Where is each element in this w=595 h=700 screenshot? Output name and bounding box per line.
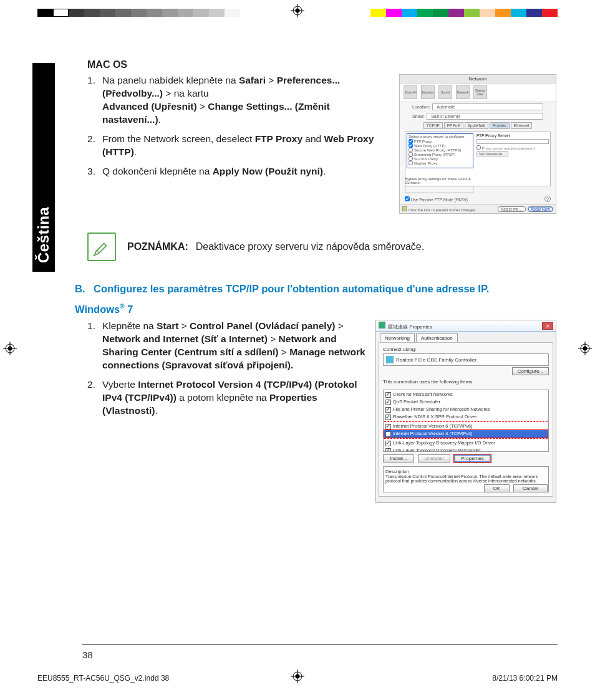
registration-mark-icon bbox=[3, 342, 17, 355]
tab-pppoe[interactable]: PPPoE bbox=[444, 122, 463, 129]
tab-appletalk[interactable]: AppleTalk bbox=[465, 122, 488, 129]
print-swatches-right bbox=[370, 9, 558, 17]
proxy-list: Select a proxy server to configure: FTP … bbox=[407, 133, 473, 168]
macos-step-1: Na panelu nabídek klepněte na Safari > P… bbox=[87, 74, 390, 127]
pasv-checkbox[interactable] bbox=[405, 196, 410, 201]
tab-networking[interactable]: Networking bbox=[380, 333, 415, 342]
location-label: Location: bbox=[412, 105, 430, 109]
language-tab: Čeština bbox=[32, 63, 55, 272]
win7-step-1: Klepněte na Start > Control Panel (Ovlád… bbox=[87, 320, 367, 372]
macos-step-3: Q dokončení klepněte na Apply Now (Použí… bbox=[87, 165, 390, 178]
lock-icon[interactable] bbox=[402, 206, 407, 211]
note-icon bbox=[87, 233, 116, 261]
items-listbox[interactable]: Client for Microsoft Networks QoS Packet… bbox=[383, 390, 549, 452]
registration-mark-icon bbox=[578, 342, 592, 355]
location-select[interactable]: Automatic bbox=[432, 103, 543, 110]
section-b-heading: B. Configurez les paramètres TCP/IP pour… bbox=[75, 282, 556, 295]
network-icon[interactable]: Network bbox=[456, 85, 470, 99]
page-content: Čeština MAC OS Na panelu nabídek klepnět… bbox=[37, 59, 558, 663]
info-icon[interactable]: ? bbox=[544, 196, 551, 202]
adapter-box: Realtek PCIe GBE Family Controller bbox=[383, 353, 549, 366]
win7-properties-screenshot: 區域連線 Properties ✕ Networking Authenticat… bbox=[375, 320, 556, 503]
page-number: 38 bbox=[82, 650, 93, 660]
win7-step-2: Vyberte Internet Protocol Version 4 (TCP… bbox=[87, 378, 367, 418]
footer-left: EEU8555_RT-AC56U_QSG_v2.indd 38 bbox=[37, 674, 169, 683]
apply-now-button[interactable]: Apply Now bbox=[528, 206, 553, 212]
sound-icon[interactable]: Sound bbox=[438, 85, 452, 99]
ftp-proxy-server-label: FTP Proxy Server bbox=[476, 133, 549, 138]
close-icon[interactable]: ✕ bbox=[542, 322, 553, 330]
cancel-button[interactable]: Cancel bbox=[513, 484, 548, 492]
macos-step-2: From the Network screen, deselect FTP Pr… bbox=[87, 133, 390, 159]
note-label: POZNÁMKA: bbox=[127, 241, 188, 252]
macos-steps: Na panelu nabídek klepněte na Safari > P… bbox=[87, 74, 390, 178]
mac-toolbar: Show All Displays Sound Network Startup … bbox=[400, 84, 556, 102]
print-swatches-left bbox=[37, 9, 240, 17]
note-callout: POZNÁMKA:Deaktivace proxy serveru viz ná… bbox=[87, 233, 556, 261]
ok-button[interactable]: OK bbox=[484, 484, 510, 492]
tcpipv4-item[interactable]: Internet Protocol Version 4 (TCP/IPv4) bbox=[384, 430, 548, 438]
tab-tcpip[interactable]: TCP/IP bbox=[423, 122, 443, 129]
ftp-proxy-checkbox[interactable] bbox=[409, 139, 413, 143]
registration-mark-icon bbox=[291, 4, 304, 17]
tab-proxies[interactable]: Proxies bbox=[490, 122, 510, 129]
set-password-button[interactable]: Set Password… bbox=[476, 151, 508, 156]
win7-steps: Klepněte na Start > Control Panel (Ovlád… bbox=[87, 320, 367, 417]
note-text: Deaktivace proxy serveru viz nápověda sm… bbox=[196, 241, 424, 252]
tab-authentication[interactable]: Authentication bbox=[416, 333, 458, 342]
page-rule bbox=[82, 645, 558, 645]
web-proxy-checkbox[interactable] bbox=[409, 143, 413, 148]
displays-icon[interactable]: Displays bbox=[421, 85, 435, 99]
show-label: Show: bbox=[412, 114, 424, 118]
assist-button[interactable]: Assist me… bbox=[498, 206, 526, 212]
win-title: 區域連線 Properties bbox=[388, 324, 432, 330]
tab-ethernet[interactable]: Ethernet bbox=[511, 122, 533, 129]
macos-network-screenshot: Network Show All Displays Sound Network … bbox=[399, 74, 556, 214]
show-select[interactable]: Built-in Ethernet bbox=[427, 113, 543, 120]
showall-icon[interactable]: Show All bbox=[404, 85, 417, 99]
doc-footer: EEU8555_RT-AC56U_QSG_v2.indd 38 8/21/13 … bbox=[37, 674, 558, 683]
nic-icon bbox=[379, 322, 385, 328]
adapter-icon bbox=[386, 356, 394, 363]
windows7-heading: Windows® 7 bbox=[75, 303, 556, 315]
mac-tabs: TCP/IP PPPoE AppleTalk Proxies Ethernet bbox=[400, 121, 556, 130]
startupdisk-icon[interactable]: Startup Disk bbox=[473, 85, 487, 99]
macos-heading: MAC OS bbox=[87, 59, 556, 70]
mac-window-title: Network bbox=[400, 75, 556, 84]
proxy-address-input[interactable] bbox=[476, 139, 549, 144]
footer-right: 8/21/13 6:00:21 PM bbox=[492, 674, 558, 683]
properties-button[interactable]: Properties bbox=[454, 454, 490, 463]
install-button[interactable]: Install... bbox=[383, 454, 414, 463]
bypass-input[interactable] bbox=[405, 186, 473, 193]
configure-button[interactable]: Configure... bbox=[512, 367, 549, 375]
uninstall-button[interactable]: Uninstall bbox=[418, 454, 451, 463]
